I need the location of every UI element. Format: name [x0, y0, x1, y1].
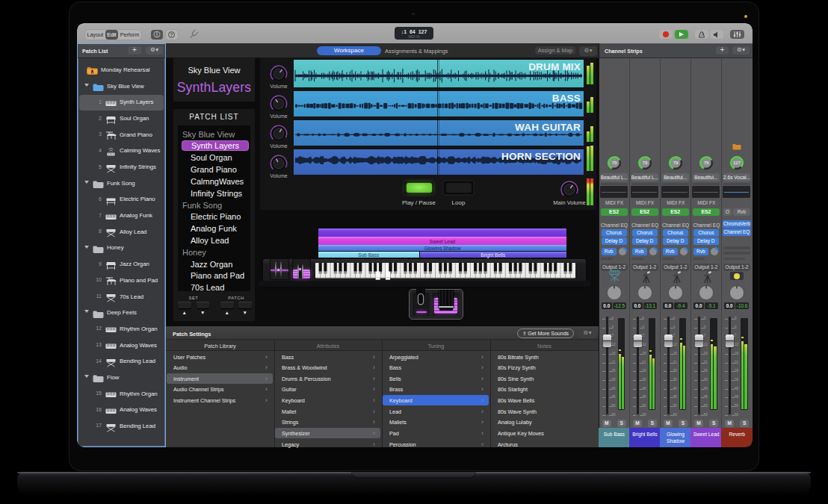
- svg-text:79: 79: [643, 161, 648, 165]
- svg-text:79: 79: [704, 161, 709, 165]
- svg-text:79: 79: [673, 161, 679, 165]
- svg-text:79: 79: [612, 161, 617, 165]
- svg-text:127: 127: [733, 161, 741, 165]
